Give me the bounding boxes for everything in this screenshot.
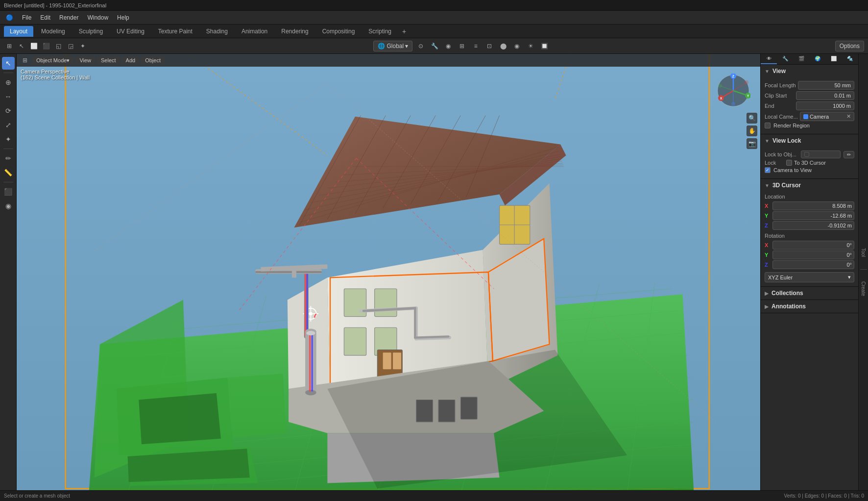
shading-solid[interactable]: ⬤ — [498, 41, 508, 51]
tab-scripting[interactable]: Scripting — [362, 26, 397, 37]
toolbar-icon-7[interactable]: ✦ — [77, 41, 88, 51]
global-selector[interactable]: 🌐 Global ▾ — [373, 41, 412, 51]
view-icon[interactable]: ⊞ — [457, 41, 467, 51]
shading-eevee[interactable]: 🔲 — [539, 41, 550, 51]
svg-line-90 — [415, 336, 448, 337]
camera-to-view-checkbox[interactable]: ✓ — [765, 167, 771, 173]
transform-pivot[interactable]: ⊙ — [415, 41, 426, 51]
view-section-content: Focal Length 50 mm Clip Start 0.01 m End… — [761, 77, 858, 134]
xray-icon[interactable]: ⊡ — [484, 41, 495, 51]
options-button[interactable]: Options — [835, 41, 864, 51]
tab-compositing[interactable]: Compositing — [316, 26, 361, 37]
viewport-camera-view[interactable]: 📷 — [747, 138, 757, 149]
proportional-edit[interactable]: ◉ — [443, 41, 454, 51]
menu-edit[interactable]: Edit — [36, 13, 54, 23]
tool-transform[interactable]: ✦ — [2, 133, 15, 146]
shading-rendered[interactable]: ☀ — [525, 41, 536, 51]
rp-tab-tool[interactable]: 🔧 — [777, 54, 793, 64]
view-lock-header[interactable]: ▼ View Lock — [761, 134, 858, 147]
viewport-view-menu[interactable]: View — [75, 56, 95, 64]
cursor-z-value[interactable]: -0.9102 m — [772, 221, 854, 230]
toolbar-icon-5[interactable]: ◱ — [53, 41, 64, 51]
gizmo-overlay[interactable]: Z Y X — [716, 74, 750, 108]
tool-annotate[interactable]: ✏ — [2, 152, 15, 165]
clip-end-value[interactable]: 1000 m — [796, 101, 854, 110]
clip-end-row: End 1000 m — [765, 101, 854, 110]
viewport-add-menu[interactable]: Add — [122, 56, 140, 64]
toolbar-icon-1[interactable]: ⊞ — [4, 41, 15, 51]
cursor-z-label: Z — [765, 221, 772, 230]
rot-x-value[interactable]: 0° — [772, 241, 854, 250]
tool-move[interactable]: ↔ — [2, 90, 15, 103]
tab-animation[interactable]: Animation — [236, 26, 273, 37]
shading-material[interactable]: ◉ — [511, 41, 522, 51]
svg-rect-81 — [305, 273, 306, 337]
viewport-select-menu[interactable]: Select — [97, 56, 120, 64]
tab-shading[interactable]: Shading — [200, 26, 234, 37]
rp-tab-object[interactable]: ⬜ — [826, 54, 842, 64]
menu-blender[interactable]: 🔵 — [2, 13, 17, 23]
svg-text:X: X — [720, 97, 723, 100]
titlebar-text: Blender [untitled] - 1995-1002_Exteriorf… — [4, 2, 106, 8]
local-camera-row: Local Came... Camera ✕ — [765, 112, 854, 121]
tab-sculpting[interactable]: Sculpting — [73, 26, 109, 37]
rot-z-value[interactable]: 0° — [772, 260, 854, 269]
tool-rotate[interactable]: ⟳ — [2, 104, 15, 117]
viewport[interactable]: ⊞ Object Mode▾ View Select Add Object Ca… — [17, 54, 760, 490]
clip-start-value[interactable]: 0.01 m — [796, 91, 854, 100]
rp-tab-scene[interactable]: 🎬 — [793, 54, 809, 64]
viewport-object-mode[interactable]: Object Mode▾ — [32, 56, 73, 65]
cursor-x-value[interactable]: 8.508 m — [772, 201, 854, 210]
tool-add-cube[interactable]: ⬛ — [2, 185, 15, 198]
focal-length-value[interactable]: 50 mm — [798, 81, 854, 90]
tab-add[interactable]: + — [399, 26, 409, 36]
menu-file[interactable]: File — [18, 13, 35, 23]
menu-render[interactable]: Render — [55, 13, 82, 23]
lock-to-obj-value[interactable] — [801, 150, 841, 158]
overlay-icon[interactable]: ≡ — [470, 41, 481, 51]
rot-x-row: X 0° — [765, 241, 854, 250]
camera-close-icon[interactable]: ✕ — [846, 113, 851, 120]
collections-header[interactable]: ▶ Collections — [761, 287, 858, 300]
tool-select[interactable]: ↖ — [2, 57, 15, 70]
toolbar-icon-4[interactable]: ⬛ — [41, 41, 51, 51]
tool-scale[interactable]: ⤢ — [2, 119, 15, 131]
tool-cursor[interactable]: ⊕ — [2, 76, 15, 89]
toolbar-icon-3[interactable]: ⬜ — [28, 41, 39, 51]
rp-tab-view[interactable]: 👁 — [761, 54, 777, 64]
snap-icon[interactable]: 🔧 — [429, 41, 440, 51]
lock-label: Lock — [765, 160, 784, 166]
lock-obj-edit-btn[interactable]: ✏ — [844, 151, 854, 158]
viewport-object-menu[interactable]: Object — [141, 56, 165, 64]
tab-texture-paint[interactable]: Texture Paint — [152, 26, 198, 37]
viewport-editor-icon[interactable]: ⊞ — [20, 55, 30, 66]
svg-rect-34 — [344, 327, 366, 355]
cursor-section-header[interactable]: ▼ 3D Cursor — [761, 179, 858, 192]
tab-uv-editing[interactable]: UV Editing — [111, 26, 150, 37]
tab-layout[interactable]: Layout — [4, 26, 33, 37]
left-tools-panel: ↖ ⊕ ↔ ⟳ ⤢ ✦ ✏ 📏 ⬛ ◉ — [0, 54, 17, 490]
rp-tab-mod[interactable]: 🔩 — [842, 54, 858, 64]
toolbar-icon-2[interactable]: ↖ — [16, 41, 27, 51]
svg-rect-95 — [312, 333, 313, 392]
rotation-mode-select[interactable]: XYZ Euler ▾ — [765, 272, 854, 282]
menu-window[interactable]: Window — [83, 13, 112, 23]
rp-tab-world[interactable]: 🌍 — [810, 54, 826, 64]
lock-to-3d-cursor-checkbox[interactable] — [786, 160, 792, 166]
viewport-pan[interactable]: ✋ — [747, 125, 757, 136]
render-region-checkbox[interactable] — [765, 123, 771, 128]
menu-help[interactable]: Help — [113, 13, 133, 23]
local-camera-value[interactable]: Camera ✕ — [800, 112, 854, 121]
cursor-y-value[interactable]: -12.68 m — [772, 211, 854, 220]
scene-3d — [17, 54, 760, 490]
rot-y-value[interactable]: 0° — [772, 250, 854, 259]
viewport-zoom-in[interactable]: 🔍 — [747, 113, 757, 124]
annotations-label: Annotations — [772, 303, 806, 310]
tool-add-obj[interactable]: ◉ — [2, 200, 15, 212]
tab-rendering[interactable]: Rendering — [275, 26, 314, 37]
annotations-header[interactable]: ▶ Annotations — [761, 300, 858, 313]
toolbar-icon-6[interactable]: ◲ — [65, 41, 76, 51]
tab-modeling[interactable]: Modeling — [35, 26, 71, 37]
tool-measure[interactable]: 📏 — [2, 166, 15, 179]
view-section-header[interactable]: ▼ View — [761, 65, 858, 77]
